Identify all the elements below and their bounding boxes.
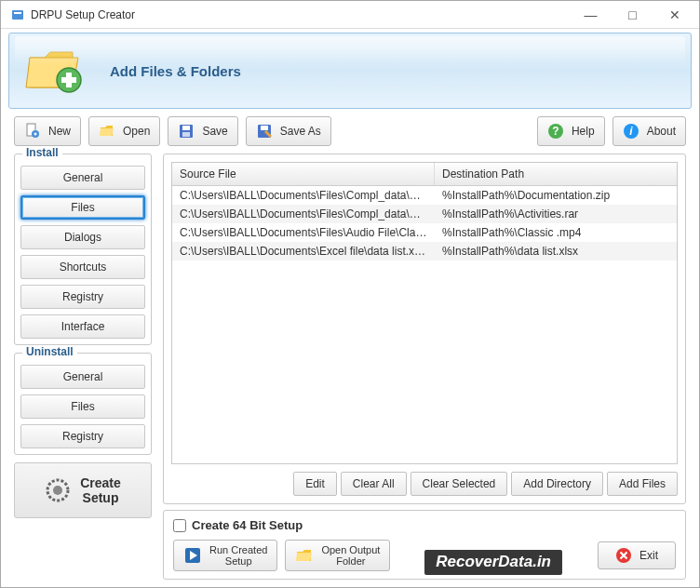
nav-uninstall-files[interactable]: Files [20,394,145,419]
svg-rect-0 [12,10,23,20]
install-title: Install [22,146,62,159]
app-icon [10,7,25,22]
create-setup-button[interactable]: Create Setup [14,462,152,518]
open-output-label: Open Output Folder [321,544,380,567]
svg-text:?: ? [552,125,559,138]
svg-rect-13 [261,126,268,130]
save-as-button[interactable]: Save As [246,116,331,146]
maximize-button[interactable]: □ [612,2,653,28]
table-body: C:\Users\IBALL\Documents\Files\Compl_dat… [172,186,677,463]
exit-button[interactable]: Exit [598,541,676,569]
main-panel: Source File Destination Path C:\Users\IB… [163,154,686,580]
sidebar: Install General Files Dialogs Shortcuts … [14,154,152,580]
save-icon [178,123,195,140]
open-label: Open [123,125,150,138]
create-64-label: Create 64 Bit Setup [192,518,303,532]
cell-source: C:\Users\IBALL\Documents\Excel file\data… [172,242,435,261]
save-button[interactable]: Save [168,116,237,146]
save-label: Save [202,125,227,138]
create-64-row: Create 64 Bit Setup [173,518,676,532]
app-window: DRPU Setup Creator — □ ✕ Add Files & Fol… [0,0,700,588]
watermark: RecoverData.in [424,550,562,575]
create-64-checkbox[interactable] [173,519,186,532]
cell-dest: %InstallPath%\data list.xlsx [435,242,677,261]
col-source[interactable]: Source File [172,163,435,185]
toolbar: New Open Save Save As ? Help i About [1,109,699,150]
files-panel: Source File Destination Path C:\Users\IB… [163,154,686,504]
minimize-button[interactable]: — [570,2,612,28]
help-button[interactable]: ? Help [537,116,605,146]
nav-install-files[interactable]: Files [20,195,145,220]
nav-install-registry[interactable]: Registry [20,285,145,309]
window-controls: — □ ✕ [570,2,695,28]
table-header: Source File Destination Path [172,163,677,186]
clear-all-button[interactable]: Clear All [341,472,407,496]
exit-label: Exit [639,549,658,562]
new-button[interactable]: New [14,116,81,146]
play-icon [183,546,202,565]
svg-rect-11 [182,132,190,137]
nav-install-shortcuts[interactable]: Shortcuts [20,255,145,279]
close-button[interactable]: ✕ [653,2,695,28]
nav-uninstall-registry[interactable]: Registry [20,424,145,448]
table-row[interactable]: C:\Users\IBALL\Documents\Files\Compl_dat… [172,205,677,223]
svg-rect-4 [61,77,76,83]
cell-dest: %InstallPath%\Documentation.zip [435,186,677,205]
window-title: DRPU Setup Creator [31,8,570,21]
add-directory-button[interactable]: Add Directory [511,472,603,496]
table-row[interactable]: C:\Users\IBALL\Documents\Files\Compl_dat… [172,186,677,205]
page-title: Add Files & Folders [110,63,241,79]
run-created-button[interactable]: Run Created Setup [173,540,277,571]
about-button[interactable]: i About [612,116,686,146]
info-icon: i [623,123,639,140]
svg-rect-1 [14,12,21,14]
create-label: Create Setup [80,475,121,505]
save-as-label: Save As [280,125,321,138]
svg-point-19 [53,486,62,495]
uninstall-group: Uninstall General Files Registry [14,353,152,455]
install-group: Install General Files Dialogs Shortcuts … [14,154,152,345]
table-row[interactable]: C:\Users\IBALL\Documents\Files\Audio Fil… [172,223,677,242]
titlebar: DRPU Setup Creator — □ ✕ [1,1,699,29]
table-row[interactable]: C:\Users\IBALL\Documents\Excel file\data… [172,242,677,261]
close-icon [615,547,632,564]
open-output-button[interactable]: Open Output Folder [285,540,390,571]
edit-button[interactable]: Edit [293,472,337,496]
banner: Add Files & Folders [8,33,692,109]
cell-source: C:\Users\IBALL\Documents\Files\Compl_dat… [172,205,435,223]
cell-dest: %InstallPath%\Classic .mp4 [435,223,677,242]
gear-icon [45,477,71,503]
cell-source: C:\Users\IBALL\Documents\Files\Compl_dat… [172,186,435,205]
table-actions: Edit Clear All Clear Selected Add Direct… [171,472,678,496]
col-dest[interactable]: Destination Path [435,163,677,185]
new-file-icon [24,123,41,140]
nav-install-dialogs[interactable]: Dialogs [20,225,145,249]
folder-open-icon [99,123,115,140]
svg-rect-10 [182,126,190,130]
about-label: About [647,125,676,138]
folder-icon [295,546,314,565]
svg-rect-8 [34,133,35,136]
content: Install General Files Dialogs Shortcuts … [1,150,699,587]
cell-dest: %InstallPath%\Activities.rar [435,205,677,223]
save-as-icon [256,123,273,140]
nav-install-general[interactable]: General [20,166,145,190]
add-files-button[interactable]: Add Files [607,472,678,496]
nav-uninstall-general[interactable]: General [20,365,145,389]
new-label: New [48,125,71,138]
folder-plus-icon [24,41,84,100]
files-table: Source File Destination Path C:\Users\IB… [171,162,678,464]
clear-selected-button[interactable]: Clear Selected [411,472,508,496]
run-created-label: Run Created Setup [209,544,267,567]
nav-install-interface[interactable]: Interface [20,314,145,339]
help-icon: ? [547,123,564,140]
cell-source: C:\Users\IBALL\Documents\Files\Audio Fil… [172,223,435,242]
open-button[interactable]: Open [88,116,160,146]
uninstall-title: Uninstall [22,345,77,358]
help-label: Help [572,125,595,138]
